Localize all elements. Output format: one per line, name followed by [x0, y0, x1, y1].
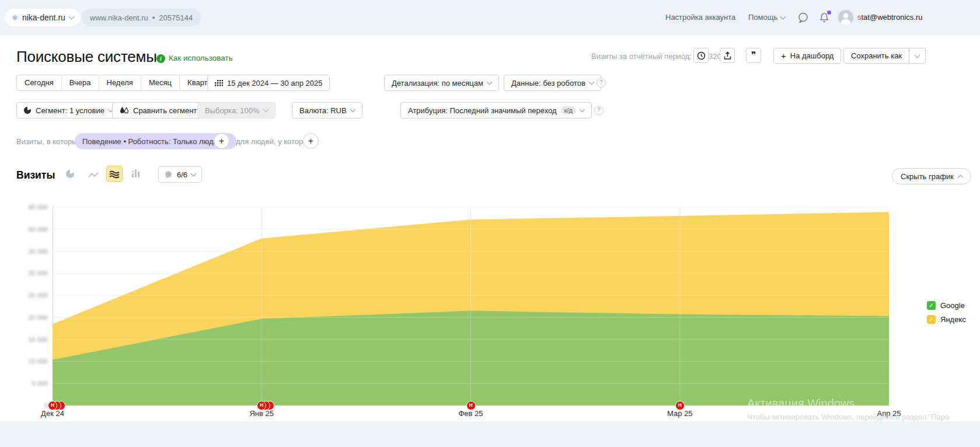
chevron-up-icon: [957, 174, 963, 180]
tab-week[interactable]: Неделя: [99, 75, 141, 90]
sampling-dropdown[interactable]: Выборка: 100%: [197, 102, 275, 118]
series-count: 6/6: [177, 170, 187, 179]
chart-type-pie-icon[interactable]: [65, 169, 76, 179]
y-tick-label: 15 000: [18, 336, 48, 343]
quotes-button[interactable]: ❞: [746, 48, 761, 63]
calendar-grid-icon: [215, 80, 223, 86]
y-tick-label: 35 000: [18, 248, 48, 255]
visits-in-which-label: Визиты, в которых: [16, 137, 81, 146]
chat-bubble-icon[interactable]: [797, 12, 809, 23]
add-people-condition-button[interactable]: +: [303, 133, 319, 149]
avatar[interactable]: [838, 10, 853, 25]
date-range-label: 15 дек 2024 — 30 апр 2025: [227, 79, 322, 88]
plus-icon: +: [781, 51, 786, 60]
chevron-down-icon: [191, 171, 197, 177]
quotes-icon: ❞: [751, 53, 756, 58]
tab-month[interactable]: Месяц: [141, 75, 179, 90]
history-clock-button[interactable]: [693, 48, 709, 63]
save-as-dropdown-button[interactable]: [909, 48, 926, 64]
chevron-down-icon: [350, 107, 355, 113]
info-icon: i: [156, 54, 165, 63]
topbar: ❄ nika-dent.ru www.nika-dent.ru • 205751…: [0, 0, 980, 35]
chevron-down-icon: [68, 14, 74, 20]
site-favicon-icon: ❄: [12, 13, 18, 22]
chart-legend: ✓ Google ✓ Яндекс: [927, 301, 966, 329]
segment-dropdown[interactable]: Сегмент: 1 условие: [17, 106, 119, 115]
currency-dropdown[interactable]: Валюта: RUB: [292, 102, 362, 118]
help-menu[interactable]: Помощь: [748, 13, 785, 22]
pie-segment-icon: [23, 106, 32, 114]
legend-item-yandex[interactable]: ✓ Яндекс: [927, 315, 966, 324]
y-tick-label: 45 000: [18, 204, 48, 211]
save-as-split-button: Сохранить как: [843, 48, 926, 64]
help-question-icon[interactable]: ?: [597, 78, 606, 88]
filter-chip-robots[interactable]: Поведение • Роботность: Только люди ✕: [75, 133, 236, 149]
annotation-circle-icon: Н: [466, 401, 476, 410]
yandex-metrica-report: ❄ nika-dent.ru www.nika-dent.ru • 205751…: [0, 0, 980, 447]
checkbox-checked-icon[interactable]: ✓: [927, 315, 936, 324]
attribution-dropdown[interactable]: Атрибуция: Последний значимый переход к/…: [400, 102, 592, 118]
legend-item-google[interactable]: ✓ Google: [927, 301, 966, 310]
bottom-strip: [0, 421, 980, 447]
attribution-badge: к/д: [561, 106, 576, 114]
windows-activation-watermark: Активация Windows: [747, 397, 855, 410]
add-to-dashboard-button[interactable]: + На дашборд: [773, 48, 841, 64]
share-export-icon: [723, 51, 732, 60]
data-mode-dropdown[interactable]: Данные: без роботов: [504, 75, 601, 91]
counter-id: 20575144: [159, 13, 193, 22]
for-people-label: для людей, у которых: [236, 137, 312, 146]
y-tick-label: 20 000: [18, 314, 48, 321]
chevron-down-icon: [780, 13, 786, 19]
page-title: Поисковые системы: [16, 48, 157, 66]
account-settings-link[interactable]: Настройка аккаунта: [665, 13, 735, 22]
y-tick-label: 0: [18, 402, 48, 409]
tab-yesterday[interactable]: Вчера: [61, 75, 99, 90]
series-visibility-dropdown[interactable]: 6/6: [158, 166, 202, 183]
checkbox-checked-icon[interactable]: ✓: [927, 301, 936, 310]
chevron-down-icon: [263, 107, 268, 113]
annotation-circle-icon: Н: [675, 401, 685, 410]
stacked-area-chart[interactable]: [53, 207, 889, 406]
y-tick-label: 10 000: [18, 358, 48, 365]
clock-icon: [697, 51, 706, 60]
chevron-down-icon: [579, 107, 585, 113]
comment-bubble-icon: [165, 171, 173, 179]
detail-dropdown[interactable]: Детализация: по месяцам: [384, 75, 499, 91]
site-url: www.nika-dent.ru: [90, 13, 148, 22]
chevron-down-icon: [915, 52, 920, 58]
notification-dot: [827, 11, 831, 15]
y-tick-label: 25 000: [18, 292, 48, 299]
chart-title: Визиты: [16, 169, 55, 181]
export-button[interactable]: [720, 48, 735, 63]
chevron-down-icon: [486, 79, 492, 85]
hide-chart-button[interactable]: Скрыть график: [892, 168, 971, 184]
add-visit-condition-button[interactable]: +: [214, 133, 229, 149]
chevron-down-icon: [588, 79, 594, 85]
y-axis-labels: 45 00040 00035 00030 00025 00020 00015 0…: [18, 207, 48, 406]
how-to-use-link[interactable]: Как использовать: [169, 54, 233, 62]
y-tick-label: 5 000: [18, 380, 48, 387]
help-question-icon[interactable]: ?: [594, 106, 604, 115]
windows-activation-subtext: Чтобы активировать Windows, перейдите в …: [747, 413, 949, 421]
user-email[interactable]: stat@webtronics.ru: [857, 13, 922, 22]
save-as-button[interactable]: Сохранить как: [843, 48, 909, 64]
tab-today[interactable]: Сегодня: [17, 75, 61, 90]
site-selector[interactable]: ❄ nika-dent.ru: [5, 9, 81, 26]
y-tick-label: 40 000: [18, 226, 48, 233]
site-name: nika-dent.ru: [22, 13, 65, 22]
annotation-circle-icon: Н: [48, 401, 57, 410]
separator-dot: •: [152, 13, 155, 22]
counter-info[interactable]: www.nika-dent.ru • 20575144: [82, 9, 201, 26]
chart-type-stacked-area-icon[interactable]: [106, 166, 123, 182]
notifications-bell-icon[interactable]: [818, 12, 830, 23]
chart-type-line-icon[interactable]: [88, 171, 99, 180]
chart-type-bars-icon[interactable]: [132, 169, 142, 179]
date-range-button[interactable]: 15 дек 2024 — 30 апр 2025: [207, 75, 330, 91]
y-tick-label: 30 000: [18, 270, 48, 277]
droplets-icon: [120, 106, 129, 114]
